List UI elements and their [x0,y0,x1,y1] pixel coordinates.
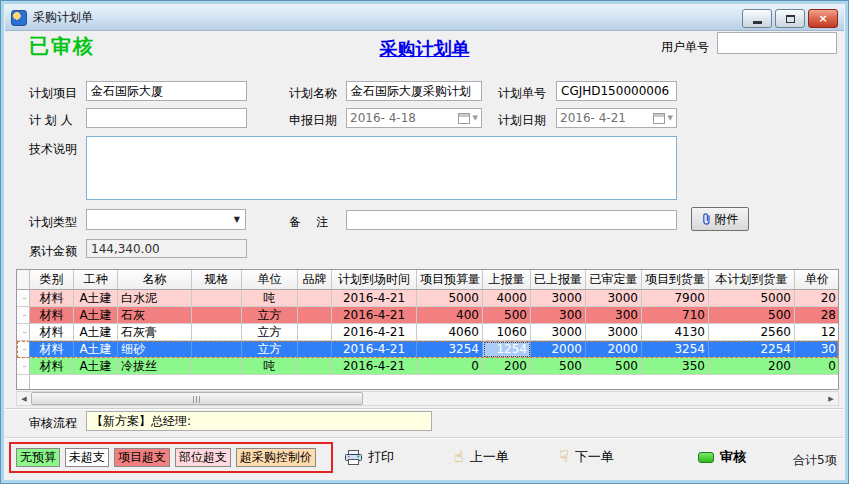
table-cell[interactable] [17,307,30,324]
table-cell[interactable]: A土建 [74,290,118,307]
table-cell[interactable]: 材料 [30,290,74,307]
minimize-button[interactable] [742,9,772,28]
plan-type-select[interactable]: ▼ [86,209,246,230]
table-cell[interactable]: A土建 [74,307,118,324]
table-header-cell[interactable]: 上报量 [483,270,531,290]
table-cell[interactable]: 2016-4-21 [332,341,417,358]
table-cell[interactable]: 710 [642,307,709,324]
print-button[interactable]: 打印 [345,448,394,466]
plan-date-picker[interactable]: 2016- 4-21 ▼ [556,108,677,128]
table-cell[interactable] [17,341,30,358]
planner-input[interactable] [86,108,247,128]
table-cell[interactable]: 3254 [417,341,483,358]
table-header-cell[interactable]: 类别 [30,270,74,290]
table-cell[interactable]: 立方 [242,324,298,341]
table-cell[interactable] [298,341,332,358]
table-cell[interactable]: 吨 [242,290,298,307]
table-cell[interactable]: 300 [531,307,586,324]
table-cell[interactable]: 2016-4-21 [332,307,417,324]
table-cell[interactable]: 材料 [30,324,74,341]
scroll-right-icon[interactable]: ▶ [824,392,838,405]
table-cell[interactable]: 7900 [642,290,709,307]
table-cell[interactable] [298,307,332,324]
remark-input[interactable] [346,210,677,230]
table-cell[interactable] [192,290,242,307]
table-cell[interactable]: 细砂 [118,341,192,358]
table-cell[interactable]: 5000 [417,290,483,307]
table-cell[interactable]: 2254 [709,341,795,358]
table-cell[interactable]: 白水泥 [118,290,192,307]
declare-date-picker[interactable]: 2016- 4-18 ▼ [346,108,482,128]
table-cell[interactable]: 20 [795,290,839,307]
table-header-cell[interactable]: 已上报量 [531,270,586,290]
scrollbar-thumb[interactable] [31,392,363,405]
table-cell[interactable] [17,358,30,375]
table-cell[interactable]: 3000 [586,324,642,341]
table-cell[interactable]: 2000 [586,341,642,358]
table-cell[interactable]: 材料 [30,341,74,358]
review-flow-input[interactable] [86,411,432,431]
table-header-cell[interactable]: 工种 [74,270,118,290]
maximize-button[interactable] [775,9,805,28]
table-cell[interactable]: 500 [483,307,531,324]
table-cell[interactable]: 3000 [531,290,586,307]
table-cell[interactable]: 立方 [242,307,298,324]
table-cell[interactable]: 4060 [417,324,483,341]
table-cell[interactable]: 3000 [531,324,586,341]
horizontal-scrollbar[interactable]: ◀ ▶ [16,391,839,406]
table-cell[interactable]: 2560 [709,324,795,341]
table-cell[interactable] [192,358,242,375]
table-header-cell[interactable]: 项目预算量 [417,270,483,290]
table-cell[interactable]: 200 [483,358,531,375]
table-header-cell[interactable]: 计划到场时间 [332,270,417,290]
table-cell[interactable]: A土建 [74,341,118,358]
table-cell[interactable]: 材料 [30,358,74,375]
table-cell[interactable]: 500 [586,358,642,375]
table-cell[interactable]: 5000 [709,290,795,307]
table-cell[interactable]: 石灰 [118,307,192,324]
table-header-cell[interactable]: 规格 [192,270,242,290]
table-cell[interactable]: 500 [531,358,586,375]
table-header-cell[interactable]: 名称 [118,270,192,290]
table-cell[interactable]: 350 [642,358,709,375]
table-cell[interactable]: 石灰膏 [118,324,192,341]
table-cell[interactable]: 2016-4-21 [332,290,417,307]
user-no-input[interactable] [717,32,837,54]
next-record-button[interactable]: ☟ 下一单 [559,448,614,466]
table-cell[interactable] [192,324,242,341]
table-cell[interactable]: 30 [795,341,839,358]
table-cell[interactable]: A土建 [74,324,118,341]
table-cell[interactable]: 2016-4-21 [332,324,417,341]
close-button[interactable]: × [808,9,838,28]
table-cell[interactable]: 4130 [642,324,709,341]
previous-record-button[interactable]: ☝ 上一单 [454,448,509,466]
table-cell[interactable]: 材料 [30,307,74,324]
table-header-cell[interactable]: 品牌 [298,270,332,290]
titlebar[interactable]: 采购计划单 × [5,5,844,31]
table-cell[interactable]: 200 [709,358,795,375]
table-header-cell[interactable]: 单位 [242,270,298,290]
plan-project-input[interactable] [86,81,247,101]
table-row[interactable]: 材料A土建白水泥吨2016-4-215000400030003000790050… [17,290,838,307]
table-cell[interactable]: 3254 [642,341,709,358]
table-cell[interactable]: 2000 [531,341,586,358]
table-cell[interactable]: 2016-4-21 [332,358,417,375]
table-cell[interactable] [192,341,242,358]
table-cell[interactable]: 0 [417,358,483,375]
table-row[interactable]: 材料A土建冷拔丝吨2016-4-2102005005003502000 [17,358,838,375]
table-cell[interactable] [298,358,332,375]
table-cell[interactable]: 1254 [483,341,531,358]
table-cell[interactable]: 冷拔丝 [118,358,192,375]
table-row[interactable]: 材料A土建石灰膏立方2016-4-21406010603000300041302… [17,324,838,341]
table-cell[interactable]: 500 [709,307,795,324]
attachment-button[interactable]: 附件 [691,207,749,231]
table-cell[interactable] [17,290,30,307]
table-cell[interactable]: 1060 [483,324,531,341]
table-cell[interactable] [17,324,30,341]
table-cell[interactable]: 吨 [242,358,298,375]
table-cell[interactable]: 立方 [242,341,298,358]
table-cell[interactable]: 400 [417,307,483,324]
table-cell[interactable]: 12 [795,324,839,341]
plan-no-input[interactable] [556,81,677,101]
table-cell[interactable]: A土建 [74,358,118,375]
